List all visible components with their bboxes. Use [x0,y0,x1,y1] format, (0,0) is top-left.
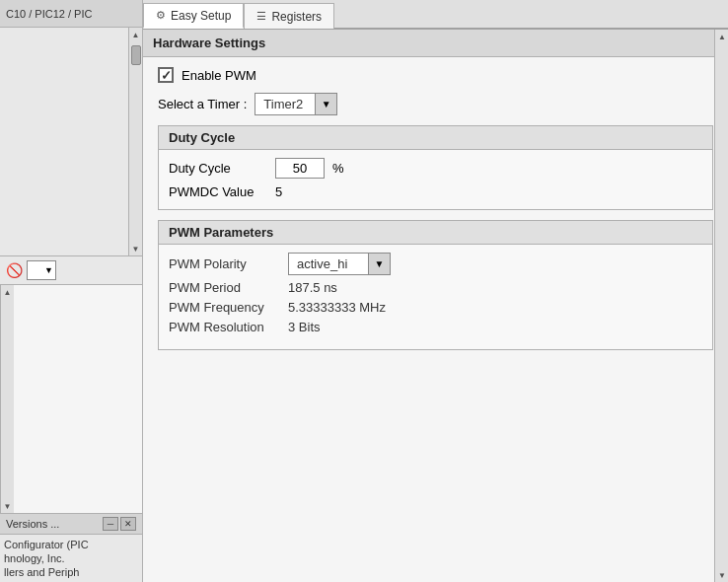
enable-pwm-row: ✓ Enable PWM [158,67,713,83]
sidebar-breadcrumb: C10 / PIC12 / PIC [6,8,92,20]
pwm-resolution-label: PWM Resolution [169,320,282,334]
duty-cycle-label: Duty Cycle [169,161,267,176]
pwmdc-value: 5 [275,184,282,199]
minimize-button[interactable]: ─ [103,517,118,531]
checkbox-checkmark: ✓ [161,69,172,82]
pwm-period-value: 187.5 ns [288,280,337,295]
pwm-resolution-value: 3 Bits [288,320,321,334]
main-scroll-down[interactable]: ▼ [715,568,728,582]
hardware-settings-label: Hardware Settings [153,36,265,50]
timer-dropdown-value: Timer2 [255,94,315,114]
polarity-dropdown-value: active_hi [289,254,368,274]
chevron-down-icon: ▼ [322,99,331,109]
cancel-icon: 🚫 [6,262,23,278]
small-dropdown-arrow: ▼ [44,265,53,275]
pwmdc-label: PWMDC Value [169,184,267,199]
enable-pwm-checkbox[interactable]: ✓ [158,67,174,83]
pwm-polarity-label: PWM Polarity [169,256,282,271]
versions-title-label: Versions ... [6,518,59,530]
tab-bar: ⚙ Easy Setup ☰ Registers [143,0,728,30]
pwm-frequency-row: PWM Frequency 5.33333333 MHz [169,300,702,315]
hardware-settings-header: Hardware Settings [143,30,728,57]
dropdown-small[interactable]: ▼ [27,260,56,280]
versions-panel: Versions ... ─ ✕ Configurator (PIC hnolo… [0,513,142,582]
sidebar: C10 / PIC12 / PIC ▲ ▼ 🚫 ▼ ▲ ▼ Versions .… [0,0,143,582]
pwm-resolution-row: PWM Resolution 3 Bits [169,320,702,334]
sidebar-scrollbar: ▲ ▼ [128,28,142,255]
sidebar-scroll-up2[interactable]: ▲ [1,285,15,299]
scroll-up-arrow[interactable]: ▲ [129,28,143,41]
gear-icon: ⚙ [156,9,166,22]
timer-dropdown[interactable]: Timer2 ▼ [255,93,337,115]
main-scroll-up[interactable]: ▲ [715,30,728,43]
content-area: ✓ Enable PWM Select a Timer : Timer2 ▼ D… [143,57,728,360]
pwm-period-row: PWM Period 187.5 ns [169,280,702,295]
tab-easy-setup[interactable]: ⚙ Easy Setup [143,3,244,29]
tab-registers-label: Registers [271,10,322,24]
pwm-frequency-label: PWM Frequency [169,300,282,315]
polarity-dropdown-arrow[interactable]: ▼ [368,254,390,274]
versions-line-1: Configurator (PIC [4,539,138,550]
duty-cycle-input[interactable] [275,158,325,179]
timer-dropdown-arrow[interactable]: ▼ [315,94,336,114]
versions-line-3: llers and Periph [4,566,138,578]
sidebar-content: ▲ ▼ [0,28,142,255]
select-timer-label: Select a Timer : [158,97,247,111]
enable-pwm-label: Enable PWM [182,68,256,83]
polarity-dropdown[interactable]: active_hi ▼ [288,253,391,275]
title-buttons: ─ ✕ [103,517,136,531]
select-timer-row: Select a Timer : Timer2 ▼ [158,93,713,115]
registers-icon: ☰ [256,10,266,23]
main-scrollbar: ▲ ▼ [714,30,728,582]
close-button[interactable]: ✕ [120,517,136,531]
sidebar-top-label: C10 / PIC12 / PIC [0,0,142,28]
duty-cycle-group: Duty Cycle Duty Cycle % PWMDC Value 5 [158,125,713,210]
pwm-period-label: PWM Period [169,280,282,295]
versions-content: Configurator (PIC hnology, Inc. llers an… [0,535,142,582]
scroll-down-arrow[interactable]: ▼ [129,242,143,255]
duty-cycle-row: Duty Cycle % [169,158,702,179]
duty-cycle-group-title: Duty Cycle [159,126,712,150]
pwm-parameters-group: PWM Parameters PWM Polarity active_hi ▼ … [158,220,713,350]
versions-title-bar: Versions ... ─ ✕ [0,514,142,535]
scroll-thumb[interactable] [131,45,141,65]
pwmdc-row: PWMDC Value 5 [169,184,702,199]
main-area: ⚙ Easy Setup ☰ Registers Hardware Settin… [143,0,728,582]
pwm-polarity-row: PWM Polarity active_hi ▼ [169,253,702,275]
tab-registers[interactable]: ☰ Registers [244,3,334,29]
pwm-parameters-group-title: PWM Parameters [159,221,712,245]
sidebar-scroll-down2[interactable]: ▼ [1,499,15,513]
versions-line-2: hnology, Inc. [4,552,138,564]
polarity-chevron-icon: ▼ [375,258,385,269]
pwm-frequency-value: 5.33333333 MHz [288,300,386,315]
tab-easy-setup-label: Easy Setup [171,9,231,23]
duty-cycle-unit: % [332,161,344,176]
